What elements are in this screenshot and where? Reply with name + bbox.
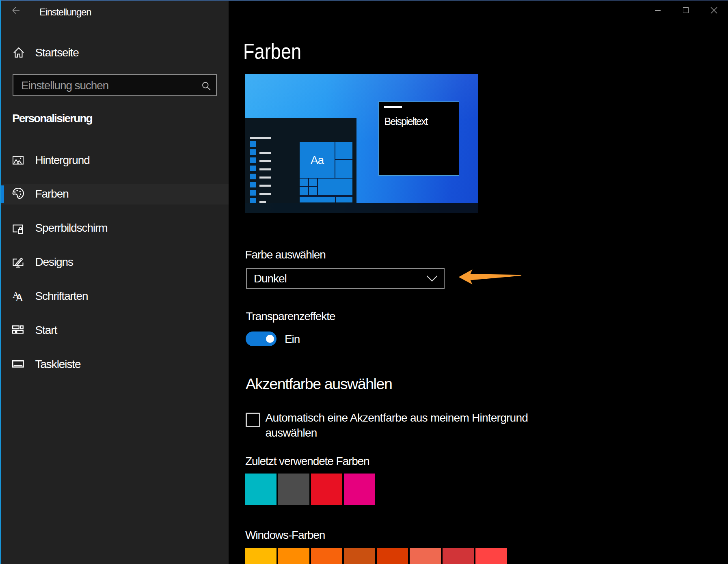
- svg-text:A: A: [15, 291, 24, 302]
